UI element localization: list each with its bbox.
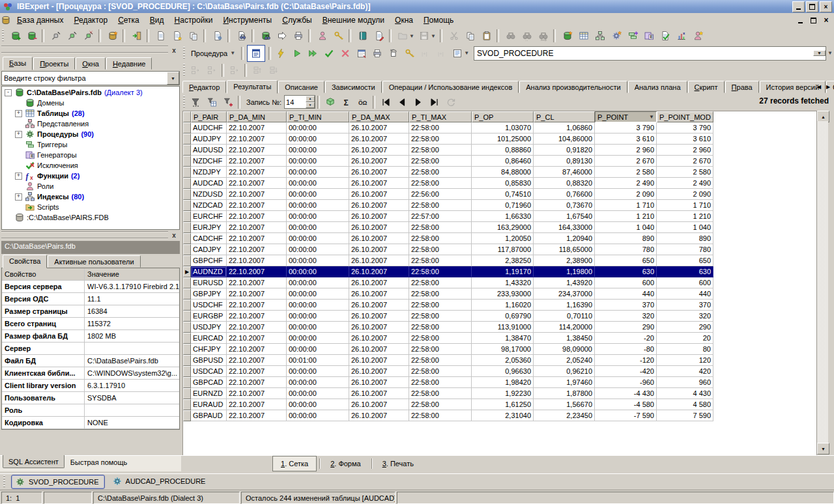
- disconnect-icon[interactable]: [80, 28, 96, 44]
- tree-item-5[interactable]: Триггеры: [2, 139, 179, 150]
- tree-item-4[interactable]: +Процедуры(90): [2, 129, 179, 139]
- grid-cell[interactable]: 1 040: [595, 222, 657, 233]
- grid-cell[interactable]: 22:58:00: [409, 333, 472, 344]
- row-indicator[interactable]: [183, 355, 191, 366]
- find-next-icon[interactable]: ...: [519, 28, 535, 44]
- view-tab-2[interactable]: 3. Печать: [375, 456, 422, 471]
- grid-row[interactable]: EURGBP22.10.200700:00:0026.10.200722:58:…: [183, 311, 816, 322]
- windowbar-grip[interactable]: [3, 475, 6, 488]
- grid-cell[interactable]: 22.10.2007: [227, 255, 287, 266]
- grid-row[interactable]: EURCAD22.10.200700:00:0026.10.200722:58:…: [183, 333, 816, 344]
- grid-cell[interactable]: 2,38250: [472, 255, 534, 266]
- role-manager-icon[interactable]: [689, 28, 706, 44]
- grid-cell[interactable]: 22:58:00: [409, 244, 472, 255]
- procedure-name-combobox[interactable]: SVOD_PROCEDURE▼: [474, 46, 826, 61]
- grid-cell[interactable]: 1,16390: [534, 300, 595, 311]
- grid-cell[interactable]: 00:00:00: [287, 399, 349, 410]
- grid-cell[interactable]: 1,19170: [472, 266, 534, 277]
- grid-cell[interactable]: EURUSD: [191, 277, 227, 288]
- property-row[interactable]: Клиентская библи...C:\WINDOWS\system32\g…: [2, 367, 179, 380]
- grid-cell[interactable]: 26.10.2007: [349, 266, 409, 277]
- column-header-p_pair[interactable]: P_PAIR: [191, 111, 227, 122]
- grid-cell[interactable]: 00:00:00: [287, 122, 349, 133]
- script-check-icon[interactable]: [657, 28, 673, 44]
- row-indicator[interactable]: [183, 233, 191, 244]
- grid-cell[interactable]: 3 790: [595, 122, 657, 133]
- grid-cell[interactable]: -7 590: [595, 410, 657, 421]
- grid-cell[interactable]: 26.10.2007: [349, 288, 409, 300]
- object-editor-icon[interactable]: [209, 28, 225, 44]
- grid-cell[interactable]: 26.10.2007: [349, 366, 409, 377]
- grid-cell[interactable]: 22.10.2007: [227, 399, 287, 410]
- extract-metadata-icon[interactable]: [257, 28, 274, 44]
- grid-cell[interactable]: 290: [657, 322, 713, 333]
- dropdown-arrow-icon[interactable]: ▼: [409, 33, 414, 39]
- grid-cell[interactable]: 84,88000: [472, 167, 534, 178]
- grid-cell[interactable]: 117,87000: [472, 244, 534, 255]
- grid-cell[interactable]: 26.10.2007: [349, 333, 409, 344]
- connect-icon[interactable]: [48, 28, 64, 44]
- grid-cell[interactable]: 164,33000: [534, 222, 595, 233]
- grid-cell[interactable]: 26.10.2007: [349, 255, 409, 266]
- spin-down-icon[interactable]: ▼: [306, 102, 315, 109]
- grid-cell[interactable]: 00:00:00: [287, 366, 349, 377]
- grid-cell[interactable]: 22:58:00: [409, 122, 472, 133]
- grid-cell[interactable]: 0,88860: [472, 145, 534, 156]
- grid-row[interactable]: NZDJPY22.10.200700:00:0026.10.200722:58:…: [183, 167, 816, 178]
- properties-tab-0[interactable]: Свойства: [3, 255, 47, 268]
- reconnect-icon[interactable]: [64, 28, 80, 44]
- grid-cell[interactable]: 114,20000: [534, 322, 595, 333]
- move-down-icon[interactable]: [265, 63, 281, 78]
- row-indicator[interactable]: [183, 200, 191, 211]
- grid-cell[interactable]: 26.10.2007: [349, 167, 409, 178]
- grid-row[interactable]: GBPAUD22.10.200700:00:0026.10.200722:58:…: [183, 410, 816, 421]
- grid-cell[interactable]: 780: [657, 244, 713, 255]
- grid-cell[interactable]: 00:00:00: [287, 167, 349, 178]
- grid-cell[interactable]: 26.10.2007: [349, 377, 409, 388]
- grid-cell[interactable]: 960: [657, 377, 713, 388]
- grid-cell[interactable]: 26.10.2007: [349, 244, 409, 255]
- grid-cell[interactable]: 290: [595, 322, 657, 333]
- grid-cell[interactable]: 26.10.2007: [349, 211, 409, 222]
- grid-cell[interactable]: 22.10.2007: [227, 366, 287, 377]
- grid-cell[interactable]: 22:58:00: [409, 300, 472, 311]
- grid-cell[interactable]: 0,69790: [472, 311, 534, 322]
- grid-cell[interactable]: 22.10.2007: [227, 133, 287, 145]
- column-header-p_da_min[interactable]: P_DA_MIN: [227, 111, 287, 122]
- restore-button[interactable]: [806, 1, 818, 12]
- grid-row[interactable]: GBPCHF22.10.200700:00:0026.10.200722:58:…: [183, 255, 816, 266]
- column-header-p_op[interactable]: P_OP: [472, 111, 534, 122]
- dependencies-icon[interactable]: [592, 28, 608, 44]
- column-header-p_ti_max[interactable]: P_TI_MAX: [409, 111, 472, 122]
- grid-cell[interactable]: EURCAD: [191, 333, 227, 344]
- search-replace-icon[interactable]: A+B: [535, 28, 551, 44]
- tree-expander-icon[interactable]: +: [15, 173, 22, 180]
- paste-icon[interactable]: [478, 28, 495, 44]
- grid-cell[interactable]: 0,89130: [534, 156, 595, 167]
- tree-expander-icon[interactable]: -: [5, 89, 12, 96]
- tree-expander-icon[interactable]: +: [15, 131, 22, 138]
- view-tab-0[interactable]: 1. Сетка: [272, 456, 317, 471]
- row-indicator[interactable]: [183, 156, 191, 167]
- grid-cell[interactable]: 650: [657, 255, 713, 266]
- grid-row[interactable]: GBPJPY22.10.200700:00:0026.10.200722:58:…: [183, 288, 816, 300]
- grid-row[interactable]: NZDCHF22.10.200700:00:0026.10.200722:58:…: [183, 156, 816, 167]
- grid-cell[interactable]: 2,05240: [534, 355, 595, 366]
- grid-cell[interactable]: 2 670: [657, 156, 713, 167]
- grid-cell[interactable]: 26.10.2007: [349, 311, 409, 322]
- editor-tab-1[interactable]: Результаты: [227, 80, 278, 94]
- property-row[interactable]: Размер файла БД1802 MB: [2, 330, 179, 343]
- grid-cell[interactable]: 22.10.2007: [227, 156, 287, 167]
- grid-cell[interactable]: NZDUSD: [191, 189, 227, 200]
- grid-cell[interactable]: 163,29000: [472, 222, 534, 233]
- grid-cell[interactable]: 22:58:00: [409, 266, 472, 277]
- grid-cell[interactable]: 26.10.2007: [349, 355, 409, 366]
- grid-cell[interactable]: 0,88320: [534, 178, 595, 189]
- new-object-icon[interactable]: [152, 28, 169, 44]
- grid-cell[interactable]: 22.10.2007: [227, 145, 287, 156]
- grid-cell[interactable]: 26.10.2007: [349, 189, 409, 200]
- grid-cell[interactable]: 440: [595, 288, 657, 300]
- grid-cell[interactable]: 00:00:00: [287, 300, 349, 311]
- grid-cell[interactable]: -4 580: [595, 399, 657, 410]
- grid-cell[interactable]: -20: [595, 333, 657, 344]
